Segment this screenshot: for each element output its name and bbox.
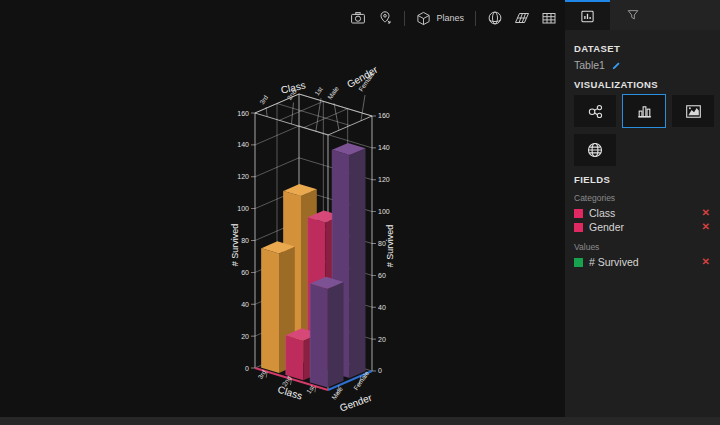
viz-tile-surface-3d[interactable] [672,95,714,127]
field-name: # Survived [589,256,639,268]
dataset-header: DATASET [574,43,710,54]
svg-text:20: 20 [241,333,249,340]
svg-text:# Survived: # Survived [230,224,240,267]
planes-label: Planes [436,13,464,23]
edit-pencil-icon[interactable] [611,60,622,71]
viz-tile-scatter-3d[interactable] [574,95,616,127]
field-swatch [574,209,583,218]
svg-text:# Survived: # Survived [385,225,395,268]
planes-button[interactable]: Planes [416,11,464,26]
svg-text:0: 0 [378,367,382,374]
svg-text:Male: Male [326,85,340,101]
filter-funnel-icon [626,8,640,22]
bar-3d-icon [636,103,653,120]
field-swatch [574,223,583,232]
svg-text:20: 20 [378,336,386,343]
toolbar-divider [404,11,405,26]
visualization-tiles [574,95,714,166]
scatter-3d-icon [587,103,604,120]
field-row-gender[interactable]: Gender ✕ [574,220,710,234]
remove-field-icon[interactable]: ✕ [702,257,710,267]
svg-text:140: 140 [237,141,249,148]
planes-cube-icon [416,11,431,26]
svg-text:120: 120 [378,176,390,183]
svg-text:Gender: Gender [338,392,374,414]
dataset-name: Table1 [574,59,605,71]
svg-text:60: 60 [378,272,386,279]
field-row-class[interactable]: Class ✕ [574,206,710,220]
surface-3d-icon [685,103,702,120]
toolbar-divider [475,11,476,26]
tab-filters[interactable] [610,0,655,30]
dataset-row[interactable]: Table1 [574,59,710,71]
svg-text:100: 100 [378,208,390,215]
svg-text:Class: Class [276,384,303,402]
globe-icon [586,141,604,159]
field-name: Gender [589,221,624,233]
svg-text:160: 160 [378,112,390,119]
camera-icon[interactable] [350,10,366,26]
svg-text:1st: 1st [313,85,324,96]
svg-text:3rd: 3rd [256,368,267,380]
field-swatch [574,258,583,267]
pin-icon[interactable] [377,10,393,26]
sphere-icon[interactable] [487,10,503,26]
viz-tile-globe[interactable] [574,134,616,166]
svg-text:3rd: 3rd [258,94,269,106]
fields-header: FIELDS [574,174,710,185]
tab-visualizations[interactable] [565,0,610,30]
remove-field-icon[interactable]: ✕ [702,222,710,232]
svg-text:40: 40 [241,301,249,308]
svg-text:80: 80 [241,237,249,244]
viz-tile-bar-3d[interactable] [623,95,665,127]
field-row-survived[interactable]: # Survived ✕ [574,255,710,269]
svg-text:140: 140 [378,144,390,151]
chart-toolbar: Planes [350,6,557,30]
svg-text:100: 100 [237,205,249,212]
3d-bar-chart[interactable]: 0020204040606080801001001201201401401601… [0,0,565,417]
settings-sidebar: DATASET Table1 VISUALIZATIONS [565,0,720,425]
sidebar-content: DATASET Table1 VISUALIZATIONS [565,30,720,269]
grid-icon[interactable] [541,10,557,26]
field-name: Class [589,207,615,219]
svg-text:40: 40 [378,304,386,311]
svg-text:160: 160 [237,110,249,117]
visualizations-header: VISUALIZATIONS [574,79,710,90]
svg-text:60: 60 [241,269,249,276]
plane-grid-icon[interactable] [514,10,530,26]
remove-field-icon[interactable]: ✕ [702,208,710,218]
chart-canvas[interactable]: Planes 002020404060608080100100120120140… [0,0,565,417]
bottom-status-strip [0,417,720,425]
sidebar-tabs [565,0,720,30]
values-label: Values [574,242,710,252]
svg-text:120: 120 [237,173,249,180]
chart-board-icon [580,9,595,24]
categories-label: Categories [574,193,710,203]
svg-text:0: 0 [245,365,249,372]
